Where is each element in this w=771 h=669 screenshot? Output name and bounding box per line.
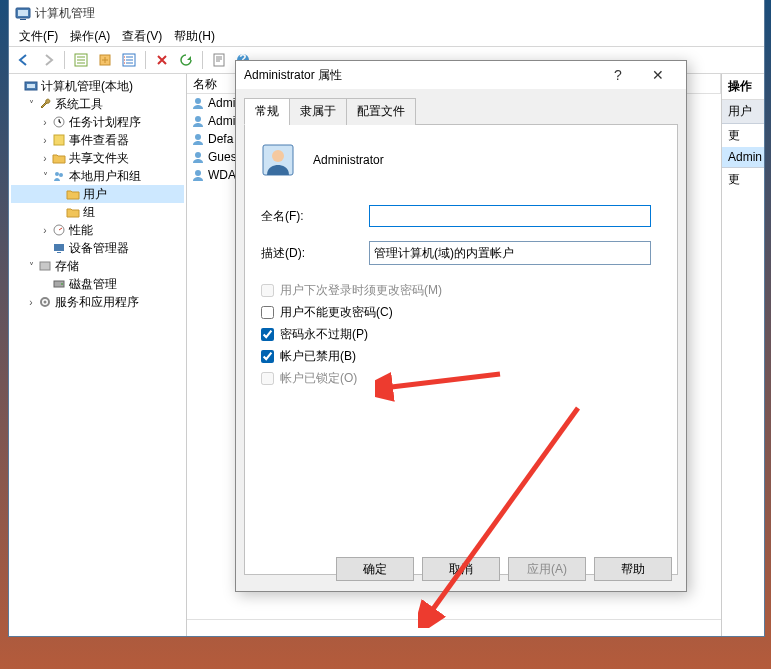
tree-node-localusers[interactable]: ˅本地用户和组 (11, 167, 184, 185)
svg-point-22 (44, 301, 47, 304)
refresh-button[interactable] (175, 49, 197, 71)
checkbox-input (261, 372, 274, 385)
tree-pane[interactable]: 计算机管理(本地) ˅系统工具 ›任务计划程序 ›事件查看器 ›共享文件夹 ˅本… (9, 74, 187, 636)
tree-node-eventviewer[interactable]: ›事件查看器 (11, 131, 184, 149)
tree-node-systools[interactable]: ˅系统工具 (11, 95, 184, 113)
svg-rect-1 (18, 10, 28, 16)
menubar: 文件(F) 操作(A) 查看(V) 帮助(H) (9, 26, 764, 46)
menu-help[interactable]: 帮助(H) (168, 26, 221, 46)
properties-button[interactable] (70, 49, 92, 71)
tree-node-sharedfolders[interactable]: ›共享文件夹 (11, 149, 184, 167)
actions-tab-user[interactable]: 用户 (722, 100, 764, 124)
tree-node-groups[interactable]: 组 (11, 203, 184, 221)
storage-icon (37, 258, 53, 274)
actions-tab-admin[interactable]: Admin (722, 147, 764, 168)
svg-point-25 (195, 134, 201, 140)
checkbox-account-disabled[interactable]: 帐户已禁用(B) (261, 345, 661, 367)
user-icon (191, 150, 205, 164)
clock-icon (51, 114, 67, 130)
gear-icon (37, 294, 53, 310)
svg-rect-18 (40, 262, 50, 270)
window-titlebar[interactable]: 计算机管理 (9, 0, 764, 26)
svg-rect-6 (214, 54, 224, 66)
svg-point-13 (55, 172, 59, 176)
checkbox-input[interactable] (261, 350, 274, 363)
tree-node-services[interactable]: ›服务和应用程序 (11, 293, 184, 311)
checkbox-input[interactable] (261, 306, 274, 319)
dialog-title: Administrator 属性 (244, 67, 342, 84)
checkbox-input (261, 284, 274, 297)
description-field[interactable] (369, 241, 651, 265)
tab-memberof[interactable]: 隶属于 (289, 98, 347, 125)
menu-action[interactable]: 操作(A) (64, 26, 116, 46)
event-icon (51, 132, 67, 148)
tree-node-tasksched[interactable]: ›任务计划程序 (11, 113, 184, 131)
disk-icon (51, 276, 67, 292)
forward-button[interactable] (37, 49, 59, 71)
dialog-close-button[interactable]: ✕ (638, 64, 678, 86)
fullname-field[interactable] (369, 205, 651, 227)
folder-icon (65, 186, 81, 202)
tree-node-devmgr[interactable]: 设备管理器 (11, 239, 184, 257)
user-icon (191, 168, 205, 182)
tree-node-perf[interactable]: ›性能 (11, 221, 184, 239)
back-button[interactable] (13, 49, 35, 71)
tree-node-diskmgr[interactable]: 磁盘管理 (11, 275, 184, 293)
checkbox-account-locked: 帐户已锁定(O) (261, 367, 661, 389)
tree-node-root[interactable]: 计算机管理(本地) (11, 77, 184, 95)
svg-point-29 (272, 150, 284, 162)
svg-point-14 (59, 173, 63, 177)
checkbox-cannot-change[interactable]: 用户不能更改密码(C) (261, 301, 661, 323)
svg-rect-17 (57, 252, 61, 253)
user-avatar-icon (261, 143, 295, 177)
svg-point-23 (195, 98, 201, 104)
svg-point-24 (195, 116, 201, 122)
actions-pane: 操作 用户 更 Admin 更 (722, 74, 764, 636)
checkbox-change-next-login: 用户下次登录时须更改密码(M) (261, 279, 661, 301)
computer-icon (23, 78, 39, 94)
tab-panel-general: Administrator 全名(F): 描述(D): 用户下次登录时须更改密码… (244, 125, 678, 575)
dialog-tabs: 常规 隶属于 配置文件 (244, 97, 678, 125)
tab-general[interactable]: 常规 (244, 98, 290, 125)
svg-point-27 (195, 170, 201, 176)
svg-point-26 (195, 152, 201, 158)
svg-rect-2 (20, 19, 26, 20)
svg-rect-16 (54, 244, 64, 251)
tab-profile[interactable]: 配置文件 (346, 98, 416, 125)
export-button[interactable] (94, 49, 116, 71)
help-button[interactable]: 帮助 (594, 557, 672, 581)
user-icon (191, 96, 205, 110)
folder-icon (65, 204, 81, 220)
label-fullname: 全名(F): (261, 208, 369, 225)
dialog-username: Administrator (313, 153, 384, 167)
svg-rect-12 (54, 135, 64, 145)
apply-button[interactable]: 应用(A) (508, 557, 586, 581)
dialog-titlebar[interactable]: Administrator 属性 ? ✕ (236, 61, 686, 89)
checkbox-never-expire[interactable]: 密码永不过期(P) (261, 323, 661, 345)
delete-button[interactable] (151, 49, 173, 71)
actions-header: 操作 (722, 74, 764, 100)
tree-node-storage[interactable]: ˅存储 (11, 257, 184, 275)
wrench-icon (37, 96, 53, 112)
dialog-button-row: 确定 取消 应用(A) 帮助 (336, 557, 672, 581)
window-title: 计算机管理 (35, 5, 95, 22)
device-icon (51, 240, 67, 256)
user-icon (191, 114, 205, 128)
menu-view[interactable]: 查看(V) (116, 26, 168, 46)
tree-node-users[interactable]: 用户 (11, 185, 184, 203)
menu-file[interactable]: 文件(F) (13, 26, 64, 46)
cancel-button[interactable]: 取消 (422, 557, 500, 581)
folder-share-icon (51, 150, 67, 166)
checkbox-input[interactable] (261, 328, 274, 341)
list-view-button[interactable] (118, 49, 140, 71)
svg-rect-10 (27, 84, 35, 88)
ok-button[interactable]: 确定 (336, 557, 414, 581)
props-button[interactable] (208, 49, 230, 71)
actions-more[interactable]: 更 (722, 124, 764, 147)
dialog-help-button[interactable]: ? (598, 64, 638, 86)
label-description: 描述(D): (261, 245, 369, 262)
app-icon (15, 5, 31, 21)
actions-more[interactable]: 更 (722, 168, 764, 191)
svg-point-20 (61, 283, 63, 285)
properties-dialog: Administrator 属性 ? ✕ 常规 隶属于 配置文件 Adminis… (235, 60, 687, 592)
